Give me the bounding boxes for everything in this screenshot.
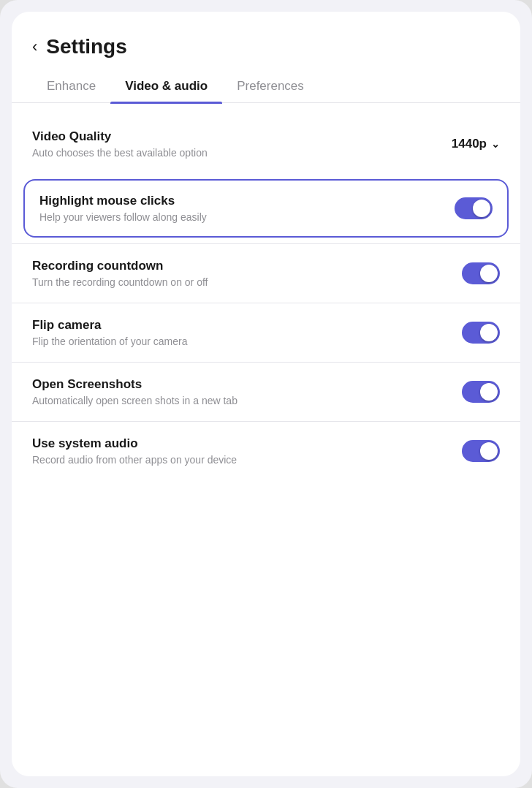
use-system-audio-label-group: Use system audio Record audio from other… — [32, 436, 237, 466]
highlight-mouse-description: Help your viewers follow along easily — [39, 211, 207, 223]
recording-countdown-title: Recording countdown — [32, 259, 208, 273]
use-system-audio-description: Record audio from other apps on your dev… — [32, 454, 237, 466]
flip-camera-toggle-thumb — [480, 324, 498, 341]
setting-row-recording-countdown: Recording countdown Turn the recording c… — [12, 244, 520, 303]
tab-enhance[interactable]: Enhance — [32, 70, 110, 102]
open-screenshots-title: Open Screenshots — [32, 377, 238, 392]
tabs-container: Enhance Video & audio Preferences — [12, 70, 520, 103]
flip-camera-title: Flip camera — [32, 318, 187, 333]
use-system-audio-toggle-wrapper[interactable] — [462, 440, 500, 462]
setting-row-open-screenshots: Open Screenshots Automatically open scre… — [12, 363, 520, 421]
use-system-audio-title: Use system audio — [32, 436, 237, 451]
highlight-mouse-toggle-thumb — [473, 200, 490, 217]
flip-camera-label-group: Flip camera Flip the orientation of your… — [32, 318, 187, 347]
open-screenshots-description: Automatically open screen shots in a new… — [32, 395, 238, 406]
recording-countdown-description: Turn the recording countdown on or off — [32, 276, 208, 288]
tab-preferences[interactable]: Preferences — [222, 70, 319, 102]
open-screenshots-toggle[interactable] — [462, 381, 500, 403]
content: Video Quality Auto chooses the best avai… — [12, 103, 520, 776]
video-quality-title: Video Quality — [32, 129, 208, 144]
use-system-audio-toggle[interactable] — [462, 440, 500, 462]
setting-row-highlight-mouse-clicks: Highlight mouse clicks Help your viewers… — [23, 179, 509, 238]
quality-value: 1440p — [452, 137, 487, 151]
open-screenshots-toggle-thumb — [480, 383, 498, 401]
recording-countdown-toggle[interactable] — [462, 262, 500, 284]
video-quality-row: Video Quality Auto chooses the best avai… — [12, 118, 520, 173]
highlight-mouse-title: Highlight mouse clicks — [39, 194, 207, 208]
setting-row-use-system-audio: Use system audio Record audio from other… — [12, 422, 520, 480]
tab-video-audio[interactable]: Video & audio — [110, 70, 222, 102]
recording-countdown-toggle-thumb — [480, 265, 498, 282]
recording-countdown-toggle-wrapper[interactable] — [462, 262, 500, 284]
header: ‹ Settings — [12, 12, 520, 70]
quality-selector[interactable]: 1440p ⌄ — [452, 137, 500, 151]
recording-countdown-label-group: Recording countdown Turn the recording c… — [32, 259, 208, 288]
app-container: ‹ Settings Enhance Video & audio Prefere… — [0, 0, 532, 788]
flip-camera-toggle[interactable] — [462, 322, 500, 344]
open-screenshots-label-group: Open Screenshots Automatically open scre… — [32, 377, 238, 406]
back-button[interactable]: ‹ — [32, 39, 37, 55]
highlight-mouse-toggle[interactable] — [455, 197, 493, 219]
setting-row-flip-camera: Flip camera Flip the orientation of your… — [12, 303, 520, 362]
page-title: Settings — [46, 35, 126, 58]
open-screenshots-toggle-wrapper[interactable] — [462, 381, 500, 403]
chevron-down-icon: ⌄ — [491, 138, 500, 150]
use-system-audio-toggle-thumb — [480, 442, 498, 460]
flip-camera-toggle-wrapper[interactable] — [462, 322, 500, 344]
settings-panel: ‹ Settings Enhance Video & audio Prefere… — [12, 12, 520, 776]
flip-camera-description: Flip the orientation of your camera — [32, 336, 187, 347]
video-quality-description: Auto chooses the best available option — [32, 147, 208, 159]
video-quality-label-group: Video Quality Auto chooses the best avai… — [32, 129, 208, 159]
highlight-mouse-toggle-wrapper[interactable] — [455, 197, 493, 219]
highlight-mouse-label-group: Highlight mouse clicks Help your viewers… — [39, 194, 207, 223]
